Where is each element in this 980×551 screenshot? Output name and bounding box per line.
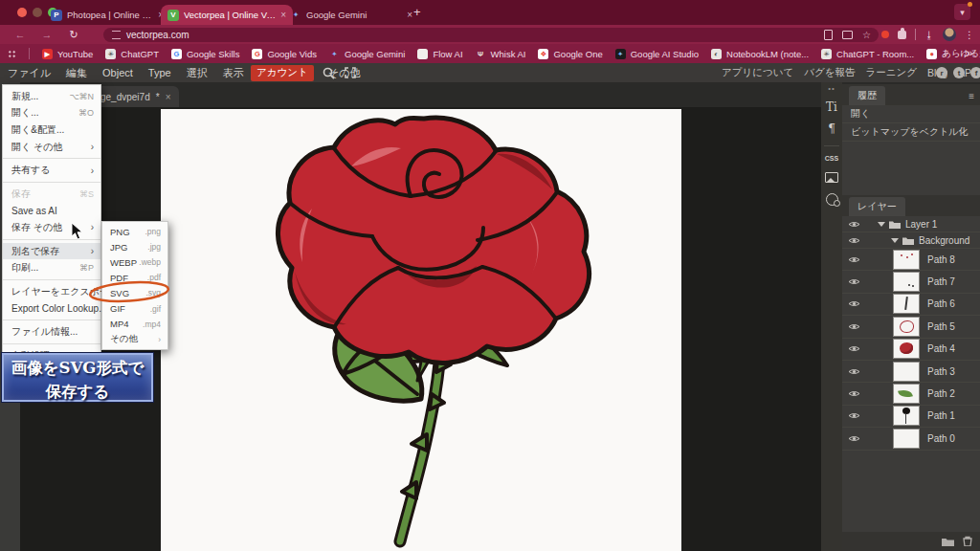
extensions-icon[interactable] xyxy=(898,31,906,39)
menu-item-print[interactable]: 印刷...⌘P xyxy=(3,259,100,276)
bookmarks-overflow-icon[interactable]: » xyxy=(967,47,972,58)
delete-layer-icon[interactable] xyxy=(963,533,972,550)
bookmark-item-9[interactable]: ◐ NotebookLM (note... xyxy=(711,49,809,59)
site-settings-icon[interactable] xyxy=(112,31,121,39)
visibility-eye-icon[interactable] xyxy=(848,255,860,264)
layer-row-3[interactable]: Path 5 xyxy=(842,316,980,338)
bookmark-item-3[interactable]: G Google Vids xyxy=(252,49,317,59)
minimize-window-button[interactable] xyxy=(33,8,42,17)
history-step-0[interactable]: 開く xyxy=(842,105,980,123)
menu-item-5[interactable]: 表示 xyxy=(215,66,252,80)
visibility-eye-icon[interactable] xyxy=(848,277,860,286)
bookmark-item-2[interactable]: G Google Skills xyxy=(171,49,239,59)
browser-tab-vectorpea[interactable]: V Vectorpea | Online Vector Ed × xyxy=(161,5,293,25)
menu-item-save-as-ai[interactable]: Save as AI xyxy=(3,203,100,220)
layer-row-6[interactable]: Path 2 xyxy=(842,383,980,405)
forward-icon[interactable]: → xyxy=(40,29,54,40)
apps-grid-icon[interactable] xyxy=(8,50,16,58)
export-item-2[interactable]: WEBP .webp xyxy=(102,254,167,270)
menu-item-4[interactable]: 選択 xyxy=(179,66,215,80)
menu-item-open[interactable]: 開く...⌘O xyxy=(3,105,100,122)
layer-thumbnail[interactable] xyxy=(893,294,920,314)
twitter-icon[interactable]: t xyxy=(953,67,965,78)
layer-row-0[interactable]: Path 8 xyxy=(842,249,980,271)
new-group-icon[interactable] xyxy=(942,533,954,550)
browser-tab-gemini[interactable]: ✦ Google Gemini × xyxy=(283,5,419,25)
panel-menu-icon[interactable]: ≡ xyxy=(969,91,974,101)
facebook-icon[interactable]: f xyxy=(970,67,980,78)
reload-icon[interactable]: ↻ xyxy=(67,29,80,41)
spheres-panel-icon[interactable] xyxy=(826,193,838,206)
fullscreen-icon[interactable] xyxy=(345,67,356,78)
layer-thumbnail[interactable] xyxy=(893,272,920,292)
browser-tab-photopea[interactable]: P Photopea | Online Photo Edit × xyxy=(44,5,170,25)
visibility-eye-icon[interactable] xyxy=(848,236,860,245)
export-item-0[interactable]: PNG .png xyxy=(102,224,167,239)
visibility-eye-icon[interactable] xyxy=(848,389,860,398)
menu-item-share[interactable]: 共有する› xyxy=(3,162,100,179)
character-panel-icon[interactable]: Ti xyxy=(826,100,837,114)
bookmark-item-8[interactable]: ✦ Google AI Studio xyxy=(615,49,699,59)
reading-mode-icon[interactable] xyxy=(824,30,833,40)
layer-thumbnail[interactable] xyxy=(893,250,920,270)
visibility-eye-icon[interactable] xyxy=(848,220,860,229)
visibility-eye-icon[interactable] xyxy=(848,322,860,331)
visibility-eye-icon[interactable] xyxy=(848,434,860,443)
collapse-arrow-icon[interactable] xyxy=(891,238,899,243)
new-tab-button[interactable]: + xyxy=(413,5,421,19)
collapse-arrow-icon[interactable] xyxy=(878,222,885,227)
layer-thumbnail[interactable] xyxy=(893,317,920,337)
export-item-7[interactable]: その他 › xyxy=(102,332,167,347)
layer-row-8[interactable]: Path 0 xyxy=(842,428,980,450)
layer-thumbnail[interactable] xyxy=(893,429,920,449)
url-omnibox[interactable]: vectorpea.com ☆ xyxy=(103,28,879,42)
menu-item-3[interactable]: Type xyxy=(141,67,179,78)
bookmark-item-0[interactable]: ▶ YouTube xyxy=(42,49,93,59)
menu-right-item-2[interactable]: ラーニング xyxy=(866,66,917,79)
layer-thumbnail[interactable] xyxy=(893,384,920,404)
menu-item-open-and-place[interactable]: 開く&配置... xyxy=(3,121,100,139)
layer-row-7[interactable]: Path 1 xyxy=(842,406,980,428)
recording-extension-icon[interactable] xyxy=(881,31,889,38)
bookmark-item-10[interactable]: ✳ ChatGPT - Room... xyxy=(821,49,914,59)
history-tab[interactable]: 履歴 xyxy=(849,86,885,105)
browser-menu-icon[interactable]: ⋮ xyxy=(965,30,974,40)
visibility-eye-icon[interactable] xyxy=(848,299,860,308)
visibility-eye-icon[interactable] xyxy=(848,367,860,376)
close-window-button[interactable] xyxy=(17,8,27,17)
search-icon[interactable] xyxy=(323,67,335,79)
account-button[interactable]: アカウント xyxy=(251,65,314,81)
menu-item-export-color-lookup[interactable]: Export Color Lookup... xyxy=(3,300,100,318)
layer-thumbnail[interactable] xyxy=(893,362,920,382)
bookmark-item-4[interactable]: ✦ Google Gemini xyxy=(329,49,405,59)
menu-item-1[interactable]: 編集 xyxy=(58,66,95,80)
menu-item-export-layers[interactable]: レイヤーをエクスポート... xyxy=(3,283,100,300)
visibility-eye-icon[interactable] xyxy=(848,411,860,420)
layer-row-1[interactable]: Path 7 xyxy=(842,271,980,293)
layer-row-2[interactable]: Path 6 xyxy=(842,294,980,316)
bookmark-item-5[interactable]: Flow AI xyxy=(417,49,462,59)
css-panel-icon[interactable]: CSS xyxy=(825,155,838,162)
menu-item-save-more[interactable]: 保存 その他› xyxy=(3,219,100,236)
layer-group-background[interactable]: Background xyxy=(842,232,980,249)
layer-row-5[interactable]: Path 3 xyxy=(842,361,980,383)
send-to-device-icon[interactable] xyxy=(842,31,853,39)
visibility-eye-icon[interactable] xyxy=(848,344,860,353)
export-item-1[interactable]: JPG .jpg xyxy=(102,239,167,254)
drag-handle[interactable]: •• xyxy=(828,86,835,92)
menu-item-new[interactable]: 新規...⌥⌘N xyxy=(3,88,100,105)
menu-right-item-1[interactable]: バグを報告 xyxy=(804,66,855,79)
canvas-artboard[interactable] xyxy=(161,109,681,551)
export-item-6[interactable]: MP4 .mp4 xyxy=(102,317,167,332)
layer-group-layer1[interactable]: Layer 1 xyxy=(842,216,980,232)
layer-thumbnail[interactable] xyxy=(893,406,920,426)
close-tab-icon[interactable]: × xyxy=(407,10,412,20)
history-step-1[interactable]: ビットマップをベクトル化 xyxy=(842,123,980,142)
menu-item-open-more[interactable]: 開く その他› xyxy=(3,139,100,156)
tab-search-chevron-icon[interactable]: ▾ xyxy=(954,4,970,20)
paragraph-panel-icon[interactable]: ¶ xyxy=(828,122,835,136)
layer-row-4[interactable]: Path 4 xyxy=(842,339,980,361)
close-document-icon[interactable]: × xyxy=(166,92,171,102)
menu-item-0[interactable]: ファイル xyxy=(0,66,58,80)
bookmark-item-1[interactable]: ✳ ChatGPT xyxy=(105,49,159,59)
